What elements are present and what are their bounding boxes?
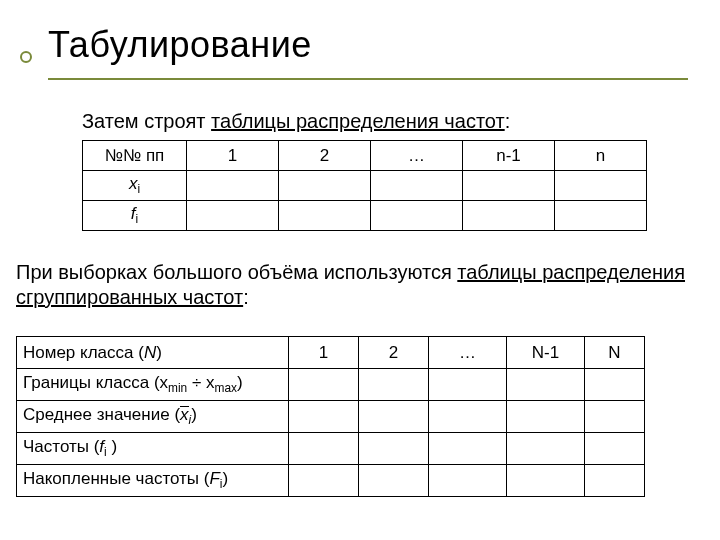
cell: n [555, 141, 647, 171]
cell-rowlabel: xi [83, 171, 187, 201]
cell [371, 201, 463, 231]
cell [429, 401, 507, 433]
para2-suffix: : [243, 286, 249, 308]
cell [555, 201, 647, 231]
cell-rowlabel: Номер класса (N) [17, 337, 289, 369]
cell [429, 433, 507, 465]
cell [507, 369, 585, 401]
sub: i [136, 213, 139, 227]
cell: 2 [279, 141, 371, 171]
cell [187, 171, 279, 201]
table-row: Границы класса (xmin ÷ xmax) [17, 369, 645, 401]
cell [359, 433, 429, 465]
var: F [209, 469, 219, 488]
cell [289, 369, 359, 401]
txt: Среднее значение ( [23, 405, 180, 424]
cell [463, 171, 555, 201]
intro-text: Затем строят таблицы распределения часто… [82, 110, 510, 133]
cell [187, 201, 279, 231]
cell [289, 401, 359, 433]
txt: Номер класса ( [23, 343, 144, 362]
table-row: Номер класса (N) 1 2 … N-1 N [17, 337, 645, 369]
cell [507, 401, 585, 433]
cell [585, 401, 645, 433]
cell: 1 [187, 141, 279, 171]
cell [585, 369, 645, 401]
txt: ) [223, 469, 229, 488]
cell [279, 171, 371, 201]
cell-rowlabel: Частоты (fi ) [17, 433, 289, 465]
cell: n-1 [463, 141, 555, 171]
txt: ) [237, 373, 243, 392]
cell-rowlabel: Среднее значение (xi) [17, 401, 289, 433]
cell [585, 433, 645, 465]
intro-prefix: Затем строят [82, 110, 211, 132]
cell [463, 201, 555, 231]
txt: ÷ x [187, 373, 214, 392]
txt: Накопленные частоты ( [23, 469, 209, 488]
cell-header: №№ пп [83, 141, 187, 171]
table-row: №№ пп 1 2 … n-1 n [83, 141, 647, 171]
para-grouped: При выборках большого объёма используютс… [16, 260, 704, 310]
page-title: Табулирование [48, 24, 312, 66]
table-row: xi [83, 171, 647, 201]
txt: Границы класса (x [23, 373, 168, 392]
bullet-icon [20, 51, 32, 63]
cell-rowlabel: fi [83, 201, 187, 231]
sub: max [215, 382, 237, 396]
cell [359, 369, 429, 401]
title-rule [48, 78, 688, 80]
freq-table: №№ пп 1 2 … n-1 n xi fi [82, 140, 647, 231]
table-row: fi [83, 201, 647, 231]
txt: Частоты ( [23, 437, 99, 456]
cell [289, 465, 359, 497]
cell: N-1 [507, 337, 585, 369]
cell [507, 433, 585, 465]
table-row: Частоты (fi ) [17, 433, 645, 465]
var: N [144, 343, 156, 362]
cell [555, 171, 647, 201]
cell [371, 171, 463, 201]
cell-rowlabel: Границы класса (xmin ÷ xmax) [17, 369, 289, 401]
cell [507, 465, 585, 497]
sub: min [168, 382, 187, 396]
txt: ) [156, 343, 162, 362]
cell: … [429, 337, 507, 369]
txt: ) [191, 405, 197, 424]
sub: i [137, 183, 140, 197]
cell [279, 201, 371, 231]
table-row: Накопленные частоты (Fi) [17, 465, 645, 497]
grouped-freq-table: Номер класса (N) 1 2 … N-1 N Границы кла… [16, 336, 645, 497]
xbar: x [180, 405, 189, 425]
cell [359, 465, 429, 497]
txt: ) [107, 437, 117, 456]
intro-suffix: : [505, 110, 511, 132]
cell [359, 401, 429, 433]
cell: 1 [289, 337, 359, 369]
cell: … [371, 141, 463, 171]
cell-rowlabel: Накопленные частоты (Fi) [17, 465, 289, 497]
table-row: Среднее значение (xi) [17, 401, 645, 433]
cell: 2 [359, 337, 429, 369]
cell [429, 369, 507, 401]
para2-prefix: При выборках большого объёма используютс… [16, 261, 457, 283]
cell [429, 465, 507, 497]
cell [289, 433, 359, 465]
intro-link: таблицы распределения частот [211, 110, 505, 132]
cell: N [585, 337, 645, 369]
cell [585, 465, 645, 497]
